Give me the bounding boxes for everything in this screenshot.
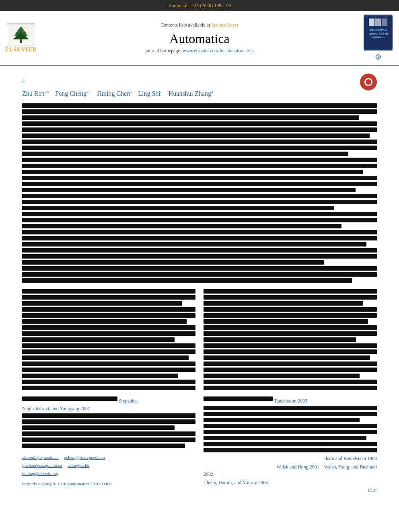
col-left-line-3 [22,301,182,306]
col-right-after-7 [204,442,377,446]
col-left-after-3 [22,425,175,430]
srepanha-ref-link[interactable]: Srepanha, [119,398,138,404]
page: Automatica 115 (2020) 108–198 ELSEVIER [0,0,399,532]
col-left-line-4 [22,307,195,312]
col-left-line-9 [22,337,175,342]
col-left-line-16 [22,380,195,384]
col-left-line-11 [22,349,195,354]
text-line-20 [22,218,377,222]
col-left-line-10 [22,343,195,348]
curr-ref-container: Curr [204,487,377,493]
text-line-28 [22,266,377,271]
tanenbaum-before [204,396,273,401]
col-right-line-3 [204,301,363,306]
text-line-22 [22,230,377,234]
year-2002-ref-link[interactable]: 2002 [204,471,213,477]
text-line-3 [22,115,359,120]
col-left-after-5 [22,438,195,442]
text-line-23 [22,236,377,240]
col-right-after-2 [204,412,377,416]
col-left-line-2 [22,295,195,300]
text-line-26 [22,254,377,259]
abstract-section [22,103,377,283]
doi-link[interactable]: http://dx.doi.org/10.1016/j.automatica.2… [22,481,113,486]
walsh-hong-bushnell-ref-link[interactable]: Walsh, Hong, and Bushnell [324,464,377,470]
cover-link-icon[interactable]: ⊕ [364,52,393,62]
journal-homepage: journal homepage: www.elsevier.com/locat… [145,48,253,54]
text-line-16 [22,194,377,198]
tanenbaum-ref-link[interactable]: Tanenbaum 2003 [274,398,307,404]
text-line-29 [22,272,377,277]
journal-title: Automatica [169,31,229,46]
col-right-line-7 [204,325,377,330]
col-left-after-1 [22,413,195,418]
col-right-line-8 [204,331,377,336]
email-link-3[interactable]: jmchen@cs.zju.edu.cn [22,463,62,468]
author-ling-shi: Ling Shic [138,90,162,97]
sciencedirect-link[interactable]: ScienceDirect [211,22,238,28]
ihara-ref-link[interactable]: Ihara and Remelstaan 1988 [324,456,377,461]
col-right-after-6 [204,436,366,440]
col-right-line-12 [204,355,370,360]
author-peng-cheng: Peng Chenga,† [55,90,91,97]
col-left-after-2 [22,419,195,424]
text-line-14 [22,182,377,186]
col-left-line-15 [22,374,178,378]
text-line-10 [22,158,377,162]
col-left-line-17 [22,386,195,390]
right-column: Tanenbaum 2003 Ihara and Remelstaan 1988 [204,288,377,493]
col-left-line-7 [22,325,195,330]
col-left-after-6 [22,444,185,448]
doi-section: http://dx.doi.org/10.1016/j.automatica.2… [22,481,195,487]
col-right-line-14 [204,368,377,372]
col-right-line-13 [204,362,377,366]
text-line-7 [22,140,377,144]
col-right-after-1 [204,406,377,410]
top-bar: Automatica 115 (2020) 108–198 [0,0,399,11]
article-title-link[interactable]: a [22,78,25,84]
cover-subtitle: A journal from the foundations [364,32,393,39]
email-section-2: jmchen@cs.zju.edu.cn ealingbot.hk [22,462,195,468]
elsevier-label: ELSEVIER [5,47,37,53]
email-link-2[interactable]: pcheng@ics.zju.edu.cn [64,455,105,460]
text-line-19 [22,212,377,216]
naghshtabrizi-ref-link[interactable]: Naghshtabrizi, and Yonggang 2007 [22,406,90,411]
col-left-after-4 [22,431,195,436]
col-right-line-10 [204,343,377,348]
ihara-ref-container: Ihara and Remelstaan 1988 [204,456,377,462]
elsevier-tree-icon [9,24,33,44]
text-line-27 [22,260,324,265]
journal-issue-link[interactable]: Automatica 115 (2020) 108–198 [168,3,231,9]
text-line-21 [22,224,341,228]
col-right-after-4 [204,424,377,428]
text-line-8 [22,146,377,150]
col-right-line-6 [204,319,368,324]
cheng-hamili-ref-link[interactable]: Cheng, Hamili, and Murray 2006 [204,480,268,485]
col-right-after-3 [204,418,360,422]
col-left-line-1 [22,289,195,294]
curr-ref-link[interactable]: Curr [368,487,377,493]
authors-line: Zhu Rena,b Peng Chenga,† Jiming Chena Li… [22,90,377,97]
col-right-line-2 [204,295,377,300]
text-line-9 [22,152,348,156]
elsevier-logo-image [7,23,35,45]
email-link-1[interactable]: zhurenb@zju.edu.cn [22,455,59,460]
col-right-line-16 [204,380,377,384]
read-badge [360,74,377,90]
cheng-hamili-ref-container: Cheng, Hamili, and Murray 2006 [204,480,377,486]
col-right-line-5 [204,313,377,318]
walsh-hong-ref-link[interactable]: Walsh and Hong 2001 [276,464,319,470]
email-section: zhurenb@zju.edu.cn pcheng@ics.zju.edu.cn [22,454,195,460]
homepage-link[interactable]: www.elsevier.com/locate/automatica [183,48,253,53]
elsevier-logo-section: ELSEVIER [5,14,37,62]
homepage-prefix: journal homepage: [145,48,183,53]
col-left-line-5 [22,313,195,318]
col-left-line-14 [22,368,195,372]
author-zhu-ren: Zhu Rena,b [22,90,49,97]
walsh-hong-ref-container: Walsh and Hong 2001 Walsh, Hong, and Bus… [204,464,377,477]
col-right-after-8 [204,448,377,452]
email-link-4[interactable]: ealingbot.hk [68,463,90,468]
col-left-line-8 [22,331,195,336]
col-right-line-17 [204,386,377,390]
org-link[interactable]: huklag@hkl.edu.org [22,471,58,476]
